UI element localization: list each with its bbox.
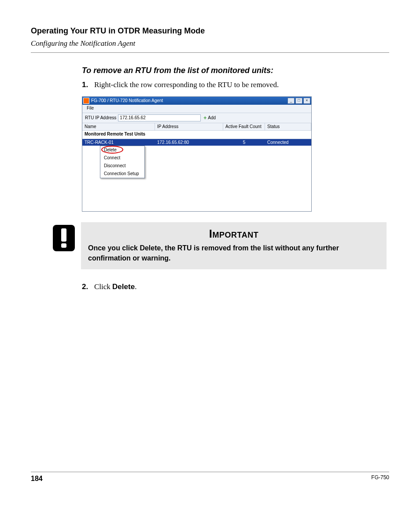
ip-input[interactable]: 172.16.65.62 xyxy=(118,114,201,121)
ctx-delete[interactable]: Delete xyxy=(100,146,144,154)
col-afc[interactable]: Active Fault Count xyxy=(223,123,265,130)
col-name[interactable]: Name xyxy=(82,123,155,130)
ip-label: RTU IP Address xyxy=(85,115,116,121)
app-screenshot: FG-700 / RTU-720 Notification Agent _ □ … xyxy=(82,96,312,212)
page-header-title: Operating Your RTU in OTDR Measuring Mod… xyxy=(31,26,389,37)
close-button[interactable]: × xyxy=(303,98,310,104)
window-titlebar: FG-700 / RTU-720 Notification Agent _ □ … xyxy=(82,97,311,105)
important-callout: Important Once you click Delete, the RTU… xyxy=(53,222,387,269)
col-status[interactable]: Status xyxy=(265,123,311,130)
ctx-delete-label: Delete xyxy=(104,147,117,152)
step-number: 1. xyxy=(82,80,94,90)
menu-file[interactable]: File xyxy=(85,105,96,111)
window-title: FG-700 / RTU-720 Notification Agent xyxy=(91,98,287,104)
page-footer: 184 FG-750 xyxy=(31,472,389,484)
cell-ip: 172.16.65.62:80 xyxy=(155,139,223,146)
step-1: 1. Right-click the row corresponding to … xyxy=(82,80,387,90)
col-ip[interactable]: IP Address xyxy=(155,123,223,130)
page-number: 184 xyxy=(31,474,43,484)
plus-icon: + xyxy=(203,116,206,120)
cell-afc: 5 xyxy=(223,139,265,146)
context-menu: Delete Connect Disconnect Connection Set… xyxy=(100,146,145,178)
important-body: Once you click Delete, the RTU is remove… xyxy=(88,243,379,263)
table-row[interactable]: TRC-RACK-01 172.16.65.62:80 5 Connected … xyxy=(82,139,311,146)
important-icon xyxy=(53,225,75,251)
step-number: 2. xyxy=(82,282,94,292)
ctx-disconnect[interactable]: Disconnect xyxy=(100,162,144,170)
column-headers: Name IP Address Active Fault Count Statu… xyxy=(82,123,311,131)
page-header-subtitle: Configuring the Notification Agent xyxy=(31,38,389,49)
app-icon xyxy=(83,98,89,104)
doc-id: FG-750 xyxy=(371,474,389,484)
header-rule xyxy=(31,52,389,53)
step-text: Right-click the row corresponding to the… xyxy=(94,80,387,90)
task-heading: To remove an RTU from the list of monito… xyxy=(82,65,387,76)
ctx-connect[interactable]: Connect xyxy=(100,154,144,162)
step-text: Click Delete. xyxy=(94,282,387,292)
minimize-button[interactable]: _ xyxy=(287,98,295,104)
add-button-label: Add xyxy=(208,115,216,121)
address-row: RTU IP Address 172.16.65.62 + Add xyxy=(82,113,311,123)
ctx-connection-setup[interactable]: Connection Setup xyxy=(100,170,144,178)
step-2: 2. Click Delete. xyxy=(82,282,387,292)
section-header: Monitored Remote Test Units xyxy=(82,131,311,139)
maximize-button[interactable]: □ xyxy=(295,98,302,104)
menu-bar: File xyxy=(82,105,311,113)
cell-status: Connected xyxy=(265,139,311,146)
important-title: Important xyxy=(88,226,379,242)
footer-rule xyxy=(31,472,389,472)
add-button[interactable]: + Add xyxy=(203,115,216,121)
cell-name: TRC-RACK-01 xyxy=(82,139,155,146)
